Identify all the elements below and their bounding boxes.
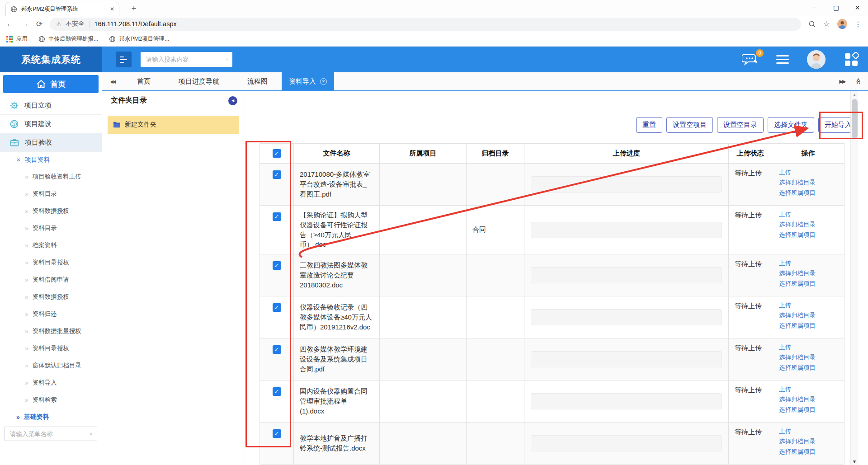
choose-archive-directory-link[interactable]: 选择归档目录 bbox=[779, 220, 844, 230]
bookmark-star-icon[interactable]: ☆ bbox=[823, 19, 830, 29]
sidebar-collapse-icon[interactable] bbox=[116, 52, 132, 67]
sidebar-section-project-data[interactable]: » 项目资料 bbox=[0, 151, 102, 168]
apps-shortcut[interactable]: 应用 bbox=[6, 35, 28, 43]
sidebar-sub-item[interactable]: »资料检索 bbox=[0, 391, 102, 409]
scrollbar[interactable]: ▲ ▼ bbox=[850, 91, 858, 465]
reset-button[interactable]: 重置 bbox=[636, 117, 662, 133]
search-icon[interactable] bbox=[226, 55, 229, 64]
upload-link[interactable]: 上传 bbox=[779, 258, 844, 268]
back-icon[interactable]: ← bbox=[6, 19, 14, 28]
sidebar-item-project-initiation[interactable]: 项目立项 bbox=[0, 96, 102, 114]
window-close-icon[interactable]: ✕ bbox=[847, 0, 868, 15]
forward-icon[interactable]: → bbox=[21, 19, 29, 28]
gear-icon bbox=[10, 101, 19, 110]
choose-archive-directory-link[interactable]: 选择归档目录 bbox=[779, 352, 844, 362]
sidebar-sub-item[interactable]: »资料目录 bbox=[0, 220, 102, 237]
content-tab[interactable]: 首页 bbox=[123, 72, 165, 90]
browser-profile-avatar[interactable] bbox=[837, 19, 847, 29]
upload-link[interactable]: 上传 bbox=[779, 168, 844, 178]
browser-menu-dots-icon[interactable]: ⋮ bbox=[854, 20, 862, 28]
choose-archive-directory-link[interactable]: 选择归档目录 bbox=[779, 310, 844, 320]
upload-link[interactable]: 上传 bbox=[779, 385, 844, 395]
content-tab[interactable]: 项目进度导航 bbox=[165, 72, 233, 90]
sidebar-bottom-label: 基础资料 bbox=[24, 413, 49, 421]
global-search-input[interactable] bbox=[146, 56, 226, 63]
sidebar-sub-item[interactable]: »档案资料 bbox=[0, 237, 102, 254]
choose-project-link[interactable]: 选择所属项目 bbox=[779, 230, 844, 240]
sidebar-sub-item[interactable]: »资料数据批量授权 bbox=[0, 323, 102, 340]
set-empty-project-button[interactable]: 设置空项目 bbox=[666, 117, 713, 133]
tab-data-import-active[interactable]: 资料导入 ✕ bbox=[282, 72, 334, 90]
chevron-right-icon: » bbox=[25, 362, 28, 369]
sidebar-sub-item[interactable]: »资料目录 bbox=[0, 185, 102, 202]
menu-search[interactable] bbox=[5, 427, 97, 441]
collapse-up-icon[interactable]: ≫ bbox=[855, 78, 862, 85]
tabs-scroll-left-icon[interactable]: ◀◀ bbox=[102, 79, 123, 84]
choose-archive-directory-link[interactable]: 选择归档目录 bbox=[779, 395, 844, 404]
scrollbar-thumb[interactable] bbox=[852, 99, 858, 139]
sidebar-sub-item[interactable]: »资料数据授权 bbox=[0, 288, 102, 305]
row-checkbox[interactable]: ✓ bbox=[273, 303, 281, 312]
sidebar-item-project-acceptance[interactable]: 项目验收 bbox=[0, 133, 102, 151]
upload-link[interactable]: 上传 bbox=[779, 301, 844, 310]
tab-close-icon[interactable]: ✕ bbox=[110, 6, 114, 12]
sidebar-item-project-construction[interactable]: $项目建设 bbox=[0, 114, 102, 133]
choose-project-link[interactable]: 选择所属项目 bbox=[779, 447, 844, 457]
app-grid-icon[interactable] bbox=[844, 52, 859, 67]
row-checkbox[interactable]: ✓ bbox=[273, 170, 281, 179]
row-checkbox[interactable]: ✓ bbox=[273, 429, 281, 438]
progress-bar bbox=[531, 309, 722, 325]
sidebar-sub-item[interactable]: »资料目录授权 bbox=[0, 254, 102, 271]
sidebar-sub-item[interactable]: »项目验收资料上传 bbox=[0, 168, 102, 185]
row-checkbox[interactable]: ✓ bbox=[273, 212, 281, 221]
sidebar-sub-item[interactable]: »资料数据授权 bbox=[0, 202, 102, 220]
global-search[interactable] bbox=[141, 52, 232, 67]
security-warning-icon[interactable]: ⚠ bbox=[56, 21, 61, 28]
menu-icon[interactable] bbox=[776, 55, 789, 64]
panel-collapse-icon[interactable]: ◀ bbox=[228, 96, 237, 105]
scroll-up-icon[interactable]: ▲ bbox=[851, 93, 858, 97]
row-checkbox[interactable]: ✓ bbox=[273, 345, 281, 354]
choose-project-link[interactable]: 选择所属项目 bbox=[779, 405, 844, 415]
sidebar-section-basic-data[interactable]: » 基础资料 bbox=[0, 409, 102, 425]
select-all-checkbox[interactable]: ✓ bbox=[273, 149, 281, 158]
sidebar-sub-item[interactable]: »资料借阅申请 bbox=[0, 271, 102, 288]
user-avatar[interactable] bbox=[807, 50, 826, 69]
upload-link[interactable]: 上传 bbox=[779, 427, 844, 437]
window-maximize-icon[interactable]: ▢ bbox=[826, 0, 847, 15]
menu-search-input[interactable] bbox=[10, 431, 90, 437]
messages-button[interactable]: 0 bbox=[742, 53, 758, 66]
zoom-icon[interactable] bbox=[808, 20, 816, 28]
refresh-icon[interactable]: ⟳ bbox=[36, 19, 42, 29]
new-tab-button[interactable]: + bbox=[127, 3, 140, 15]
set-empty-directory-button[interactable]: 设置空目录 bbox=[717, 117, 764, 133]
scroll-down-icon[interactable]: ▼ bbox=[851, 459, 858, 464]
search-icon[interactable] bbox=[90, 430, 93, 438]
sidebar-sub-item[interactable]: »资料导入 bbox=[0, 374, 102, 391]
row-checkbox[interactable]: ✓ bbox=[273, 261, 281, 270]
choose-project-link[interactable]: 选择所属项目 bbox=[779, 188, 844, 198]
choose-archive-directory-link[interactable]: 选择归档目录 bbox=[779, 268, 844, 278]
content-tab[interactable]: 流程图 bbox=[233, 72, 282, 90]
bookmark-item[interactable]: 邦永PM2项目管理... bbox=[109, 35, 169, 43]
choose-project-link[interactable]: 选择所属项目 bbox=[779, 279, 844, 289]
upload-link[interactable]: 上传 bbox=[779, 343, 844, 352]
tab-close-icon[interactable]: ✕ bbox=[320, 78, 327, 85]
choose-project-link[interactable]: 选择所属项目 bbox=[779, 321, 844, 331]
browser-tab[interactable]: 邦永PM2项目管理系统 ✕ bbox=[5, 2, 119, 16]
tabs-scroll-right-icon[interactable]: ▶▶ bbox=[839, 79, 845, 85]
choose-project-link[interactable]: 选择所属项目 bbox=[779, 363, 844, 373]
row-checkbox[interactable]: ✓ bbox=[273, 387, 281, 396]
choose-folder-button[interactable]: 选择文件夹 bbox=[768, 117, 814, 133]
upload-link[interactable]: 上传 bbox=[779, 210, 844, 220]
sidebar-item-home[interactable]: 首页 bbox=[3, 75, 99, 93]
folder-tree-item[interactable]: 新建文件夹 bbox=[108, 116, 239, 134]
sidebar-sub-item[interactable]: »资料归还 bbox=[0, 305, 102, 323]
window-minimize-icon[interactable]: ─ bbox=[804, 0, 826, 15]
choose-archive-directory-link[interactable]: 选择归档目录 bbox=[779, 437, 844, 446]
choose-archive-directory-link[interactable]: 选择归档目录 bbox=[779, 178, 844, 188]
sidebar-sub-item[interactable]: »窗体默认归档目录 bbox=[0, 357, 102, 374]
sidebar-sub-item[interactable]: »资料目录授权 bbox=[0, 340, 102, 357]
bookmark-item[interactable]: 中传后勤管理处报... bbox=[38, 35, 98, 43]
url-bar[interactable]: ⚠ 不安全 | 166.111.208.11/Default.aspx bbox=[50, 18, 801, 31]
